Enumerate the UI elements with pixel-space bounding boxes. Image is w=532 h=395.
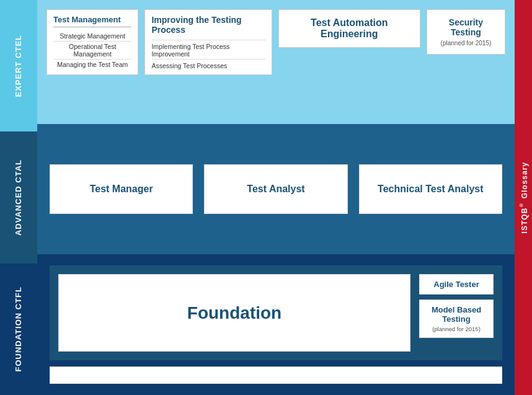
- managing-team-item: Managing the Test Team: [53, 60, 131, 69]
- istqb-label: ISTQB® Glossary: [515, 0, 532, 395]
- expert-section: Test Management Strategic Management Ope…: [37, 0, 515, 124]
- test-management-card[interactable]: Test Management Strategic Management Ope…: [47, 9, 138, 75]
- security-sub: (planned for 2015): [441, 40, 492, 47]
- technical-test-analyst-title: Technical Test Analyst: [378, 184, 483, 195]
- foundation-section: Foundation Agile Tester Model Based Test…: [37, 254, 515, 395]
- main-content: Test Management Strategic Management Ope…: [37, 0, 515, 395]
- security-card[interactable]: Security Testing (planned for 2015): [427, 9, 505, 55]
- foundation-inner: Foundation Agile Tester Model Based Test…: [50, 265, 502, 360]
- improving-testing-card[interactable]: Improving the Testing Process Implementi…: [144, 9, 272, 75]
- test-analyst-card[interactable]: Test Analyst: [204, 164, 347, 214]
- operational-test-item: Operational Test Management: [53, 42, 131, 60]
- advanced-label-section: ADVANCED CTAL: [0, 131, 37, 263]
- test-manager-card[interactable]: Test Manager: [50, 164, 193, 214]
- model-based-card[interactable]: Model Based Testing (planned for 2015): [419, 300, 494, 338]
- strategic-management-item: Strategic Management: [53, 31, 131, 42]
- expert-label: EXPERT CTEL: [14, 35, 24, 97]
- advanced-section: Test Manager Test Analyst Technical Test…: [37, 124, 515, 254]
- technical-test-analyst-card[interactable]: Technical Test Analyst: [359, 164, 502, 214]
- advanced-label: ADVANCED CTAL: [14, 159, 24, 236]
- agile-tester-card[interactable]: Agile Tester: [419, 274, 494, 295]
- security-title: Security Testing: [436, 17, 496, 37]
- foundation-main-title: Foundation: [187, 303, 282, 323]
- foundation-bottom-bar: [50, 366, 502, 384]
- model-based-title: Model Based Testing: [427, 305, 485, 324]
- foundation-label-section: FOUNDATION CTFL: [0, 264, 37, 395]
- model-based-sub: (planned for 2015): [432, 326, 481, 332]
- implementing-item: Implementing Test Process Improvement: [151, 40, 265, 58]
- automation-title: Test Automation Engineering: [288, 17, 411, 40]
- istqb-text: ISTQB® Glossary: [518, 162, 529, 233]
- test-manager-title: Test Manager: [90, 184, 153, 195]
- test-analyst-title: Test Analyst: [247, 184, 304, 195]
- foundation-main-card[interactable]: Foundation: [58, 274, 410, 352]
- test-management-title: Test Management: [53, 15, 131, 27]
- left-labels: EXPERT CTEL ADVANCED CTAL FOUNDATION CTF…: [0, 0, 37, 395]
- improving-title: Improving the Testing Process: [151, 15, 265, 35]
- main-wrapper: EXPERT CTEL ADVANCED CTAL FOUNDATION CTF…: [0, 0, 532, 395]
- foundation-label: FOUNDATION CTFL: [14, 286, 24, 372]
- expert-label-section: EXPERT CTEL: [0, 0, 37, 131]
- agile-tester-title: Agile Tester: [433, 280, 479, 289]
- foundation-right-cards: Agile Tester Model Based Testing (planne…: [419, 274, 494, 352]
- assessing-item: Assessing Test Processes: [151, 59, 265, 69]
- automation-card[interactable]: Test Automation Engineering: [278, 9, 420, 48]
